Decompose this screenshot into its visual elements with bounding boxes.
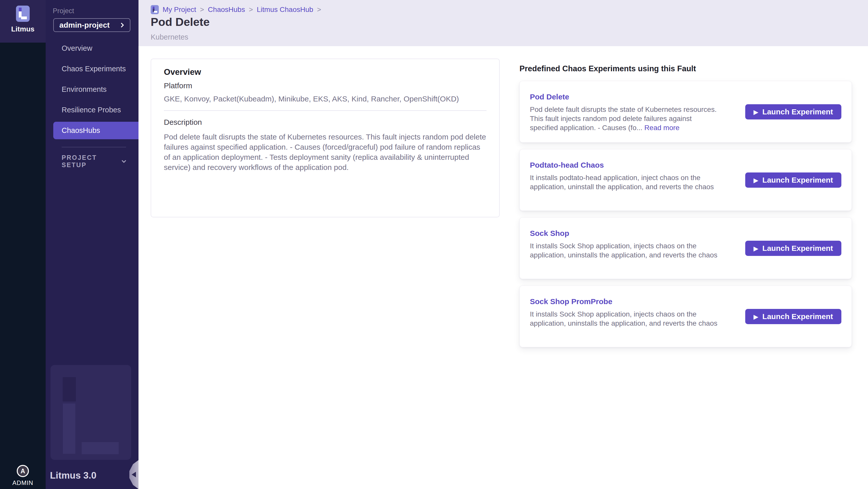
project-setup-toggle[interactable]: PROJECT SETUP <box>62 156 126 166</box>
experiment-description: It installs Sock Shop application, injec… <box>530 241 719 260</box>
sidebar-item-resilience-probes[interactable]: Resilience Probes <box>45 100 138 120</box>
overview-divider <box>164 110 487 111</box>
left-rail: Litmus A ADMIN <box>0 0 45 489</box>
avatar[interactable]: A <box>17 465 29 477</box>
launch-button-label: Launch Experiment <box>763 244 833 253</box>
experiment-card: Podtato-head Chaos It installs podtato-h… <box>520 149 852 211</box>
platform-label: Platform <box>164 81 487 90</box>
breadcrumb-chaoshubs[interactable]: ChaosHubs <box>208 6 245 14</box>
logo-horizontal-bar <box>21 17 27 19</box>
chevron-right-icon <box>119 23 124 28</box>
predefined-experiments-heading: Predefined Chaos Experiments using this … <box>520 65 852 72</box>
experiment-card: Sock Shop PromProbe It installs Sock Sho… <box>520 285 852 347</box>
experiment-card: Pod Delete Pod delete fault disrupts the… <box>520 81 852 143</box>
watermark-bar-vertical <box>63 403 75 454</box>
main-content: Overview Platform GKE, Konvoy, Packet(Ku… <box>138 46 868 489</box>
breadcrumb-separator: > <box>200 6 204 14</box>
sidebar-collapse-handle[interactable] <box>129 460 138 489</box>
play-icon: ▶ <box>753 246 758 252</box>
experiment-description: Pod delete fault disrupts the state of K… <box>530 105 719 132</box>
fault-overview-card: Overview Platform GKE, Konvoy, Packet(Ku… <box>151 59 500 217</box>
user-menu[interactable]: A ADMIN <box>0 465 45 486</box>
sidebar-nav: Overview Chaos Experiments Environments … <box>45 38 138 141</box>
overview-heading: Overview <box>164 67 487 77</box>
launch-experiment-button[interactable]: ▶ Launch Experiment <box>745 309 841 324</box>
watermark-bar-horizontal <box>82 442 119 454</box>
play-icon: ▶ <box>753 178 758 183</box>
litmus-logo-icon <box>16 6 30 22</box>
watermark-bar-dark <box>63 377 76 401</box>
logo-accent-segment <box>19 8 22 11</box>
experiment-description: It installs Sock Shop application, injec… <box>530 310 719 328</box>
sidebar-item-environments[interactable]: Environments <box>45 79 138 100</box>
project-selector-value: admin-project <box>59 21 110 29</box>
launch-button-label: Launch Experiment <box>763 312 833 321</box>
experiment-card: Sock Shop It installs Sock Shop applicat… <box>520 217 852 279</box>
page-title: Pod Delete <box>151 16 210 28</box>
project-selector[interactable]: admin-project <box>53 18 130 32</box>
page-subtitle: Kubernetes <box>151 33 188 41</box>
experiment-title-sock-shop[interactable]: Sock Shop <box>530 229 841 238</box>
sidebar-item-overview[interactable]: Overview <box>45 38 138 59</box>
experiment-title-sock-shop-promprobe[interactable]: Sock Shop PromProbe <box>530 297 841 306</box>
breadcrumb-my-project[interactable]: My Project <box>163 6 196 14</box>
project-setup-label: PROJECT SETUP <box>62 154 122 169</box>
platform-value: GKE, Konvoy, Packet(Kubeadm), Minikube, … <box>164 94 487 103</box>
brand-name: Litmus <box>11 25 34 33</box>
play-icon: ▶ <box>753 314 758 320</box>
launch-button-label: Launch Experiment <box>763 108 833 116</box>
experiment-description: It installs podtato-head application, in… <box>530 173 719 191</box>
predefined-experiments-section: Predefined Chaos Experiments using this … <box>520 65 852 347</box>
page-header: My Project > ChaosHubs > Litmus ChaosHub… <box>138 0 868 46</box>
brand-block: Litmus <box>0 0 45 42</box>
breadcrumb-separator: > <box>249 6 253 14</box>
project-label: Project <box>53 7 74 15</box>
launch-experiment-button[interactable]: ▶ Launch Experiment <box>745 241 841 256</box>
sidebar-watermark <box>51 365 131 460</box>
launch-experiment-button[interactable]: ▶ Launch Experiment <box>745 104 841 119</box>
experiment-title-pod-delete[interactable]: Pod Delete <box>530 92 841 101</box>
breadcrumb-litmus-icon <box>151 5 159 14</box>
user-role-label: ADMIN <box>12 479 33 486</box>
sidebar-item-chaoshubs[interactable]: ChaosHubs <box>45 120 138 141</box>
play-icon: ▶ <box>753 109 758 115</box>
launch-button-label: Launch Experiment <box>763 176 833 184</box>
breadcrumb-separator: > <box>317 6 321 14</box>
experiment-title-podtato-head[interactable]: Podtato-head Chaos <box>530 160 841 170</box>
collapse-arrow-icon <box>132 472 136 477</box>
description-label: Description <box>164 118 487 127</box>
sidebar-divider <box>62 147 126 147</box>
launch-experiment-button[interactable]: ▶ Launch Experiment <box>745 173 841 188</box>
sidebar-item-chaos-experiments[interactable]: Chaos Experiments <box>45 59 138 79</box>
description-text: Pod delete fault disrupts the state of K… <box>164 132 489 173</box>
sidebar: Project admin-project Overview Chaos Exp… <box>45 0 138 489</box>
read-more-link[interactable]: Read more <box>644 124 680 132</box>
breadcrumb: My Project > ChaosHubs > Litmus ChaosHub… <box>151 5 321 14</box>
breadcrumb-litmus-chaoshub[interactable]: Litmus ChaosHub <box>257 6 313 14</box>
app-version-label: Litmus 3.0 <box>50 470 96 481</box>
